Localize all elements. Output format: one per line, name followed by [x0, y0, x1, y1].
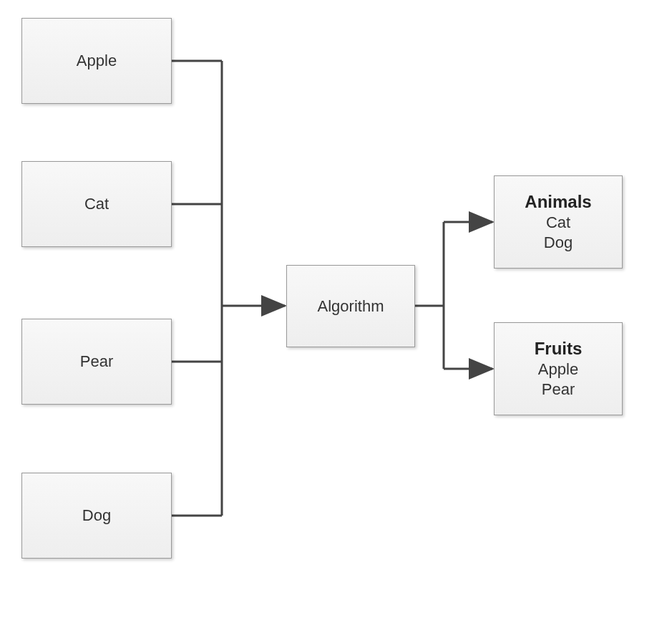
output-box-0: AnimalsCatDog	[494, 175, 623, 269]
output-title: Fruits	[535, 339, 583, 359]
output-item: Cat	[546, 213, 570, 232]
processor-label: Algorithm	[318, 297, 384, 316]
input-box-0: Apple	[21, 18, 172, 104]
input-box-3: Dog	[21, 473, 172, 559]
processor-box: Algorithm	[286, 265, 415, 347]
output-item: Pear	[542, 380, 575, 399]
output-title: Animals	[525, 192, 591, 212]
input-box-1: Cat	[21, 161, 172, 247]
input-label: Cat	[84, 195, 109, 213]
input-label: Dog	[82, 506, 111, 525]
input-label: Pear	[80, 352, 113, 371]
input-label: Apple	[77, 52, 117, 70]
output-item: Apple	[538, 360, 578, 379]
output-box-1: FruitsApplePear	[494, 322, 623, 415]
input-box-2: Pear	[21, 319, 172, 405]
output-item: Dog	[544, 233, 573, 252]
